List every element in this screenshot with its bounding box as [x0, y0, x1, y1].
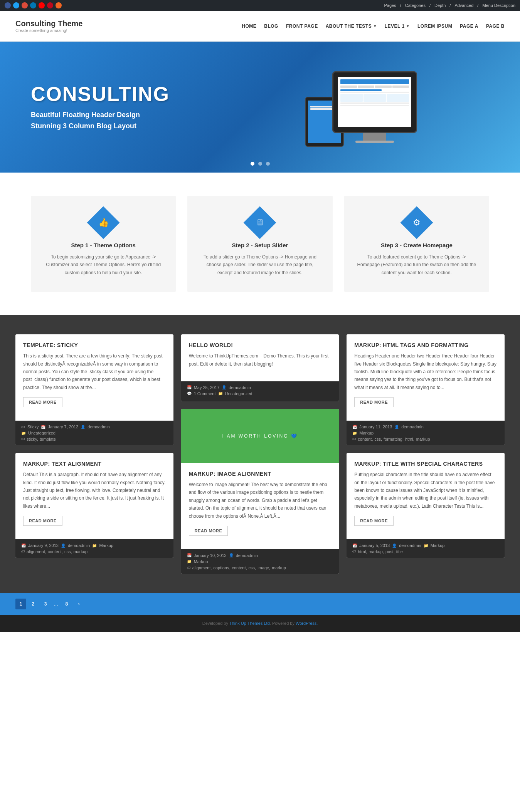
ht-tag-4: html,	[405, 437, 414, 441]
slider-dot-3[interactable]	[266, 162, 270, 166]
dropdown-arrow-about: ▼	[373, 24, 377, 28]
blog-card-sticky-meta: 🏷 Sticky 📅 January 7, 2012 👤 demoadmin 📁…	[15, 421, 173, 445]
features-section: 👍 Step 1 - Theme Options To begin custom…	[0, 173, 520, 315]
ia-tag-5: image,	[257, 565, 270, 570]
page-btn-8[interactable]: 8	[61, 599, 72, 609]
footer-company-link[interactable]: Think Up Themes Ltd	[229, 621, 270, 626]
sc-date-icon: 📅	[352, 544, 357, 548]
nav-level1[interactable]: LEVEL 1 ▼	[385, 23, 410, 29]
twitter-icon[interactable]	[13, 2, 19, 8]
admin-bar-right: Pages / Categories / Depth / Advanced / …	[384, 3, 515, 8]
sticky-tag-icon: 🏷	[21, 425, 25, 429]
ia-tag-3: content,	[232, 565, 247, 570]
nav-page-b[interactable]: PAGE B	[486, 23, 505, 29]
admin-menu-desc-link[interactable]: Menu Description	[482, 3, 515, 8]
google-plus-icon[interactable]	[22, 2, 28, 8]
read-more-sticky[interactable]: READ MORE	[23, 397, 62, 407]
sc-date: January 5, 2013	[359, 543, 390, 548]
pinterest-icon[interactable]	[47, 2, 53, 8]
page-btn-2[interactable]: 2	[28, 599, 39, 609]
nav-about-tests[interactable]: ABOUT THE TESTS ▼	[326, 23, 377, 29]
admin-categories-link[interactable]: Categories	[405, 3, 426, 8]
linkedin-icon[interactable]	[30, 2, 36, 8]
hello-date: May 25, 2017	[194, 385, 220, 390]
ia-author: demoadmin	[236, 553, 258, 558]
ta-date: January 9, 2013	[28, 543, 59, 548]
blog-card-html-tags: MARKUP: HTML TAGS AND FORMATTING Heading…	[347, 334, 505, 445]
blog-card-text-align-body: MARKUP: TEXT ALIGNMENT Default This is a…	[15, 453, 173, 539]
meta-row-ht-1: 📅 January 11, 2013 👤 demoadmin	[352, 424, 499, 429]
nav-blog[interactable]: BLOG	[264, 23, 278, 29]
hello-comment-icon: 💬	[187, 391, 192, 396]
thumbs-up-icon: 👍	[98, 218, 109, 228]
blog-card-html-tags-body: MARKUP: HTML TAGS AND FORMATTING Heading…	[347, 334, 505, 421]
sticky-date: January 7, 2012	[48, 424, 78, 429]
sticky-cat-icon: 📁	[21, 431, 26, 435]
blog-card-text-align: MARKUP: TEXT ALIGNMENT Default This is a…	[15, 453, 173, 558]
ht-category: Markup	[359, 431, 374, 435]
read-more-text-align[interactable]: READ MORE	[23, 516, 62, 526]
ta-date-icon: 📅	[21, 544, 26, 548]
page-btn-3[interactable]: 3	[40, 599, 51, 609]
slider-dot-2[interactable]	[258, 162, 262, 166]
blog-card-html-tags-excerpt: Headings Header one Header two Header th…	[354, 352, 497, 391]
facebook-icon[interactable]	[5, 2, 11, 8]
meta-row-ht-2: 📁 Markup	[352, 431, 499, 435]
sc-category: Markup	[431, 543, 445, 548]
footer-platform-link[interactable]: WordPress.	[296, 621, 318, 626]
read-more-special-chars[interactable]: READ MORE	[354, 516, 394, 526]
read-more-img-align[interactable]: READ MORE	[189, 526, 228, 536]
social-icons	[5, 2, 62, 8]
blog-column-2: HELLO WORLD! Welcome to ThinkUpThemes.co…	[181, 334, 339, 574]
sticky-label: Sticky	[27, 424, 39, 429]
feature-title-3: Step 3 - Create Homepage	[356, 242, 478, 248]
blog-card-special-chars-title: MARKUP: TITLE WITH SPECIAL CHARACTERS	[354, 461, 497, 467]
ht-tags-icon: 🏷	[352, 437, 356, 441]
meta-row-hello-2: 💬 1 Comment 📁 Uncategorized	[187, 391, 333, 396]
page-btn-next[interactable]: ›	[74, 599, 84, 609]
admin-advanced-link[interactable]: Advanced	[454, 3, 473, 8]
nav-home[interactable]: HOME	[242, 23, 256, 29]
hero-image	[260, 71, 490, 143]
sc-tag-2: markup,	[369, 549, 384, 554]
admin-depth-link[interactable]: Depth	[434, 3, 446, 8]
sc-tag-1: html,	[358, 549, 367, 554]
monitor-base	[355, 141, 394, 143]
youtube-icon[interactable]	[39, 2, 45, 8]
rss-icon[interactable]	[56, 2, 62, 8]
admin-pages-link[interactable]: Pages	[384, 3, 396, 8]
ia-date: January 10, 2013	[194, 553, 227, 558]
blog-card-text-align-excerpt: Default This is a paragraph. It should n…	[23, 471, 166, 510]
slider-dots[interactable]	[251, 162, 270, 166]
sticky-tag-2: template	[40, 437, 56, 441]
nav-front-page[interactable]: FRONT PAGE	[286, 23, 318, 29]
blog-card-hello-title: HELLO WORLD!	[189, 342, 332, 348]
site-header: Consulting Theme Create something amazin…	[0, 11, 520, 42]
blog-card-sticky: TEMPLATE: STICKY This is a sticky post. …	[15, 334, 173, 445]
ta-category: Markup	[99, 543, 113, 548]
blog-card-special-chars-body: MARKUP: TITLE WITH SPECIAL CHARACTERS Pu…	[347, 453, 505, 539]
gear-icon: ⚙	[413, 218, 421, 228]
nav-lorem-ipsum[interactable]: LOREM IPSUM	[417, 23, 452, 29]
nav-page-a[interactable]: PAGE A	[460, 23, 478, 29]
ta-tag-2: content,	[48, 549, 63, 554]
feature-icon-1: 👍	[87, 206, 120, 239]
read-more-html-tags[interactable]: READ MORE	[354, 397, 394, 407]
ht-author: demoadmin	[401, 424, 423, 429]
sc-tag-3: post,	[385, 549, 395, 554]
blog-grid: TEMPLATE: STICKY This is a sticky post. …	[15, 334, 505, 574]
hello-author-icon: 👤	[222, 385, 226, 389]
sticky-tag-1: sticky,	[27, 437, 38, 441]
page-btn-1[interactable]: 1	[15, 599, 26, 609]
ht-author-icon: 👤	[394, 425, 399, 429]
slider-dot-1[interactable]	[251, 162, 254, 166]
blog-card-sticky-body: TEMPLATE: STICKY This is a sticky post. …	[15, 334, 173, 421]
feature-desc-3: To add featured content go to Theme Opti…	[356, 253, 478, 277]
ia-category: Markup	[194, 559, 208, 564]
blog-card-img-align-title: MARKUP: IMAGE ALIGNMENT	[189, 471, 332, 477]
ia-cat-icon: 📁	[187, 559, 192, 564]
feature-title-1: Step 1 - Theme Options	[42, 242, 164, 248]
pagination-ellipsis: ...	[52, 601, 60, 607]
footer-text-before: Developed by	[202, 621, 229, 626]
blog-card-special-chars-excerpt: Putting special characters in the title …	[354, 471, 497, 510]
